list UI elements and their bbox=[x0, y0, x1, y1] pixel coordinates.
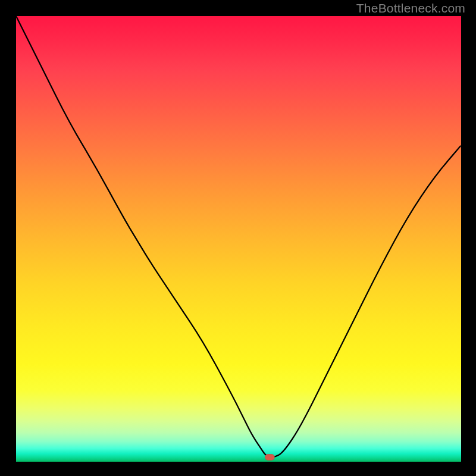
bottleneck-curve bbox=[16, 16, 461, 462]
optimum-marker bbox=[265, 455, 274, 461]
chart-plot-area bbox=[16, 16, 461, 462]
attribution-text: TheBottleneck.com bbox=[356, 1, 465, 15]
curve-path bbox=[16, 16, 461, 458]
